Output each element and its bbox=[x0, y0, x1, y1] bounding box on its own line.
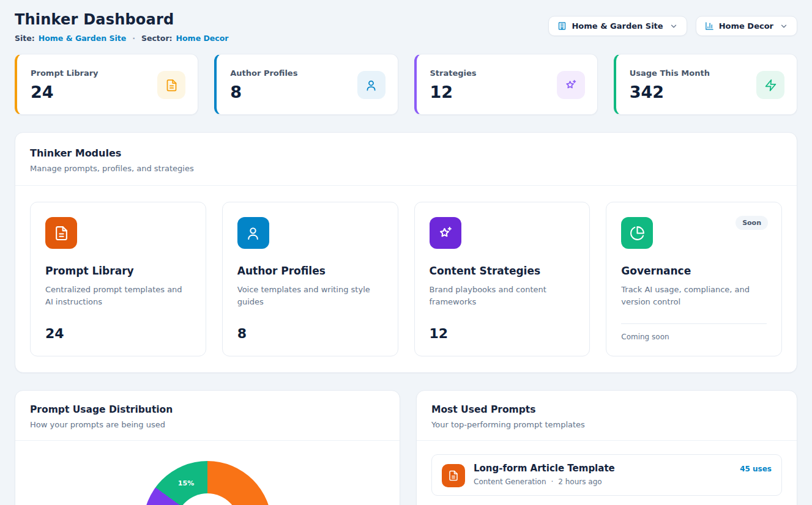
donut-segment-label: 15% bbox=[178, 479, 194, 487]
most-used-prompts-panel: Most Used Prompts Your top-performing pr… bbox=[416, 390, 797, 505]
building-icon bbox=[557, 21, 567, 31]
prompts-panel-subtitle: Your top-performing prompt templates bbox=[431, 420, 782, 429]
pie-chart-icon bbox=[621, 217, 653, 249]
prompt-item-text: Long-form Article Template Content Gener… bbox=[474, 463, 731, 486]
breadcrumb: Site: Home & Garden Site · Sector: Home … bbox=[15, 34, 228, 43]
usage-chart-area: 15% bbox=[15, 441, 400, 505]
separator-dot: · bbox=[132, 34, 135, 43]
prompt-item-title: Long-form Article Template bbox=[474, 463, 731, 474]
stat-value: 8 bbox=[230, 83, 297, 101]
sector-link[interactable]: Home Decor bbox=[176, 34, 229, 43]
dashboard-page: Thinker Dashboard Site: Home & Garden Si… bbox=[0, 0, 812, 505]
donut-hole bbox=[176, 493, 239, 505]
stat-label: Usage This Month bbox=[630, 68, 710, 78]
module-card-content-strategies[interactable]: Content Strategies Brand playbooks and c… bbox=[414, 202, 590, 356]
module-description: Track AI usage, compliance, and version … bbox=[621, 284, 767, 308]
sparkle-star-icon bbox=[430, 217, 461, 249]
document-icon bbox=[157, 71, 185, 99]
module-card-author-profiles[interactable]: Author Profiles Voice templates and writ… bbox=[222, 202, 398, 356]
stat-text: Usage This Month 342 bbox=[630, 68, 710, 101]
stat-card-author-profiles: Author Profiles 8 bbox=[214, 54, 398, 115]
prompt-item-category: Content Generation bbox=[474, 477, 546, 486]
stat-text: Strategies 12 bbox=[430, 68, 477, 101]
site-link[interactable]: Home & Garden Site bbox=[39, 34, 126, 43]
chevron-down-icon bbox=[780, 22, 788, 31]
user-icon bbox=[357, 71, 386, 99]
sector-dropdown-label: Home Decor bbox=[719, 21, 773, 31]
stat-value: 12 bbox=[430, 83, 477, 101]
sector-label: Sector: bbox=[141, 34, 173, 43]
coming-soon-text: Coming soon bbox=[621, 333, 767, 341]
site-label: Site: bbox=[15, 34, 35, 43]
module-description: Brand playbooks and content frameworks bbox=[430, 284, 575, 308]
stat-label: Author Profiles bbox=[230, 68, 297, 78]
stat-card-strategies: Strategies 12 bbox=[414, 54, 598, 115]
stat-text: Prompt Library 24 bbox=[31, 68, 99, 101]
prompt-list-item[interactable]: Long-form Article Template Content Gener… bbox=[431, 454, 782, 496]
usage-distribution-panel: Prompt Usage Distribution How your promp… bbox=[15, 390, 400, 505]
thinker-modules-section: Thinker Modules Manage prompts, profiles… bbox=[15, 132, 797, 373]
module-title: Content Strategies bbox=[430, 265, 575, 277]
chevron-down-icon bbox=[669, 22, 678, 31]
module-count: 8 bbox=[237, 326, 383, 341]
site-dropdown[interactable]: Home & Garden Site bbox=[548, 16, 687, 36]
prompt-item-uses-badge: 45 uses bbox=[740, 465, 772, 473]
stat-value: 24 bbox=[31, 83, 99, 101]
document-icon bbox=[442, 464, 465, 487]
modules-subtitle: Manage prompts, profiles, and strategies bbox=[30, 164, 782, 173]
user-icon bbox=[237, 217, 269, 249]
prompt-item-meta: Content Generation · 2 hours ago bbox=[474, 477, 731, 486]
module-card-prompt-library[interactable]: Prompt Library Centralized prompt templa… bbox=[30, 202, 206, 356]
prompt-item-time: 2 hours ago bbox=[558, 477, 602, 486]
module-count: 12 bbox=[430, 326, 575, 341]
site-dropdown-label: Home & Garden Site bbox=[572, 21, 663, 31]
prompts-panel-header: Most Used Prompts Your top-performing pr… bbox=[417, 391, 797, 441]
module-title: Author Profiles bbox=[237, 265, 383, 277]
bottom-panels-row: Prompt Usage Distribution How your promp… bbox=[15, 390, 797, 505]
soon-badge: Soon bbox=[736, 216, 768, 230]
header-actions: Home & Garden Site Home Decor bbox=[548, 16, 797, 36]
stat-label: Strategies bbox=[430, 68, 477, 78]
stat-card-prompt-library: Prompt Library 24 bbox=[15, 54, 198, 115]
sector-dropdown[interactable]: Home Decor bbox=[696, 16, 797, 36]
top-bar: Thinker Dashboard Site: Home & Garden Si… bbox=[15, 11, 797, 43]
stat-label: Prompt Library bbox=[31, 68, 99, 78]
module-description: Centralized prompt templates and AI inst… bbox=[45, 284, 191, 308]
module-card-governance[interactable]: Soon Governance Track AI usage, complian… bbox=[606, 202, 782, 356]
stat-value: 342 bbox=[630, 83, 710, 101]
separator-dot: · bbox=[551, 477, 553, 486]
module-title: Prompt Library bbox=[45, 265, 191, 277]
module-footer-divider: Coming soon bbox=[621, 323, 767, 341]
usage-panel-header: Prompt Usage Distribution How your promp… bbox=[15, 391, 400, 441]
page-title: Thinker Dashboard bbox=[15, 11, 228, 28]
module-title: Governance bbox=[621, 265, 767, 277]
stat-text: Author Profiles 8 bbox=[230, 68, 297, 101]
module-description: Voice templates and writing style guides bbox=[237, 284, 383, 308]
modules-grid: Prompt Library Centralized prompt templa… bbox=[15, 186, 797, 372]
stat-card-usage: Usage This Month 342 bbox=[614, 54, 797, 115]
bar-chart-icon bbox=[705, 21, 714, 31]
sparkle-star-icon bbox=[557, 71, 585, 99]
bolt-icon bbox=[756, 71, 784, 99]
usage-panel-title: Prompt Usage Distribution bbox=[30, 404, 385, 415]
usage-donut-chart: 15% bbox=[143, 461, 272, 505]
modules-title: Thinker Modules bbox=[30, 147, 782, 159]
title-block: Thinker Dashboard Site: Home & Garden Si… bbox=[15, 11, 228, 43]
module-count: 24 bbox=[45, 326, 191, 341]
usage-panel-subtitle: How your prompts are being used bbox=[30, 420, 385, 429]
modules-header: Thinker Modules Manage prompts, profiles… bbox=[15, 133, 797, 186]
prompts-panel-title: Most Used Prompts bbox=[431, 404, 782, 415]
document-icon bbox=[45, 217, 77, 249]
stat-cards-row: Prompt Library 24 Author Profiles 8 Stra… bbox=[15, 54, 797, 115]
